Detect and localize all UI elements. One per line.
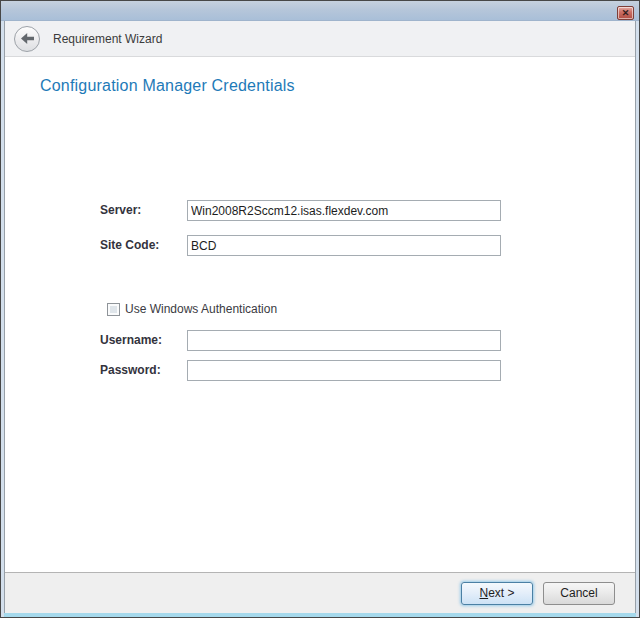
back-button[interactable]	[14, 26, 40, 52]
window-bottom-glass	[4, 613, 636, 617]
titlebar[interactable]: ✕	[1, 1, 639, 21]
next-button[interactable]: Next >	[461, 582, 533, 605]
username-input[interactable]	[187, 330, 501, 351]
windows-auth-checkbox[interactable]	[107, 303, 120, 316]
back-arrow-icon	[21, 33, 34, 44]
password-input[interactable]	[187, 360, 501, 381]
site-code-input[interactable]	[187, 235, 501, 256]
password-label: Password:	[100, 360, 161, 381]
page-title: Configuration Manager Credentials	[40, 77, 295, 95]
username-label: Username:	[100, 330, 162, 351]
next-button-rest-text: ext >	[488, 586, 514, 600]
server-input[interactable]	[187, 200, 501, 221]
windows-auth-label[interactable]: Use Windows Authentication	[125, 302, 277, 316]
site-code-label: Site Code:	[100, 235, 159, 256]
close-button[interactable]: ✕	[617, 6, 634, 20]
wizard-window: ✕ Requirement Wizard Configuration Manag…	[0, 0, 640, 618]
window-glass-frame: Requirement Wizard Configuration Manager…	[1, 21, 639, 617]
wizard-header: Requirement Wizard	[5, 21, 635, 57]
wizard-title-text: Requirement Wizard	[53, 32, 162, 46]
window-client-area: Requirement Wizard Configuration Manager…	[4, 21, 636, 613]
wizard-footer: Next > Cancel	[5, 572, 635, 613]
cancel-button[interactable]: Cancel	[543, 582, 615, 605]
next-button-accel-text: N	[479, 586, 488, 600]
wizard-page-content: Configuration Manager Credentials Server…	[5, 57, 635, 572]
close-icon: ✕	[622, 9, 630, 18]
windows-auth-row: Use Windows Authentication	[107, 302, 277, 316]
server-label: Server:	[100, 200, 141, 221]
